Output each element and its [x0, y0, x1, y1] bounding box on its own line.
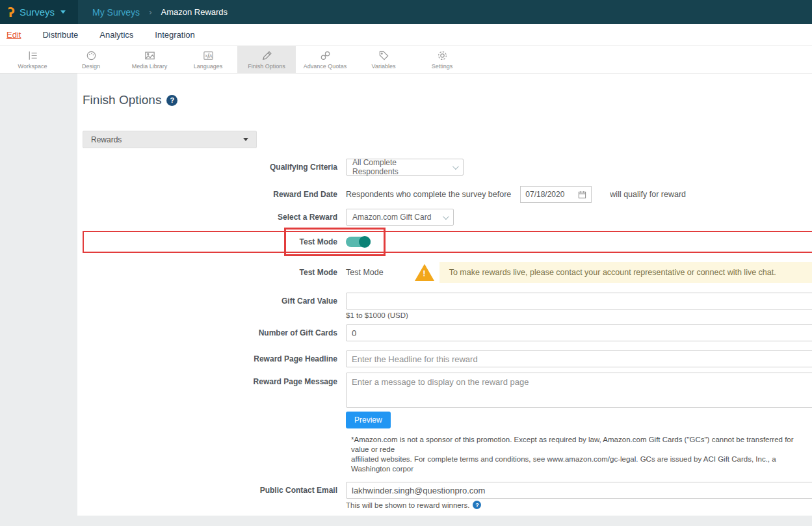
gift-card-value-input[interactable] [346, 293, 812, 309]
chevron-down-icon [443, 213, 449, 220]
page-help-icon[interactable]: ? [166, 95, 177, 106]
page-background: Finish Options ? Rewards Qualifying Crit… [0, 73, 812, 526]
toolbar-label: Workspace [18, 63, 47, 70]
test-mode-status-value: Test Mode [346, 268, 384, 277]
settings-icon [436, 49, 449, 62]
gift-card-value-row: Gift Card Value [83, 293, 812, 309]
gift-card-value-label: Gift Card Value [83, 296, 337, 306]
number-gift-cards-input[interactable] [346, 324, 812, 341]
number-gift-cards-label: Number of Gift Cards [83, 328, 337, 337]
warning-triangle-icon [415, 264, 434, 281]
workspace-icon [27, 49, 39, 62]
variables-icon [378, 49, 390, 62]
test-mode-warning-banner: To make rewards live, please contact you… [439, 262, 812, 283]
public-email-label: Public Contact Email [83, 486, 337, 495]
preview-button[interactable]: Preview [346, 412, 391, 428]
edit-toolbar: Workspace Design Media Library xA Langua… [0, 46, 812, 73]
media-library-icon [144, 49, 156, 62]
test-mode-status-row: Test Mode Test Mode To make rewards live… [83, 262, 812, 283]
select-reward-row: Select a Reward Amazon.com Gift Card [83, 209, 812, 226]
nav-tab-integration[interactable]: Integration [155, 30, 194, 40]
calendar-icon [578, 191, 586, 199]
toolbar-item-variables[interactable]: Variables [354, 46, 413, 73]
breadcrumb-my-surveys[interactable]: My Surveys [92, 7, 140, 18]
nav-tab-distribute[interactable]: Distribute [42, 30, 78, 40]
gift-card-value-helper-text: $1 to $1000 (USD) [346, 311, 408, 319]
gift-card-value-helper: $1 to $1000 (USD) [346, 311, 812, 319]
select-reward-select[interactable]: Amazon.com Gift Card [346, 209, 454, 226]
page-title: Finish Options [83, 93, 161, 107]
toolbar-label: Finish Options [248, 63, 285, 70]
toolbar-item-design[interactable]: Design [62, 46, 120, 73]
nav-tab-edit[interactable]: Edit [7, 30, 21, 40]
reward-message-textarea[interactable] [346, 373, 812, 408]
test-mode-status-label: Test Mode [83, 268, 337, 277]
design-icon [85, 49, 98, 62]
svg-text:x: x [205, 53, 207, 59]
finish-options-panel: Finish Options ? Rewards Qualifying Crit… [77, 73, 812, 516]
chevron-down-icon [60, 10, 66, 14]
toolbar-item-advance-quotas[interactable]: Advance Quotas [296, 46, 354, 73]
reward-winners-help-icon[interactable]: ? [473, 501, 481, 509]
toolbar-item-languages[interactable]: xA Languages [179, 46, 237, 73]
toolbar-label: Design [82, 63, 100, 70]
disclaimer-line-2: affiliated websites. For complete terms … [351, 454, 812, 474]
advance-quotas-icon [319, 49, 332, 62]
test-mode-warning-text: To make rewards live, please contact you… [449, 268, 776, 277]
qualifying-criteria-row: Qualifying Criteria All Complete Respond… [83, 159, 812, 176]
toolbar-item-settings[interactable]: Settings [413, 46, 471, 73]
finish-section-value: Rewards [91, 135, 122, 144]
public-email-helper-text: This will be shown to reward winners. [346, 501, 469, 509]
finish-section-dropdown[interactable]: Rewards [83, 131, 257, 148]
reward-headline-row: Reward Page Headline [83, 350, 812, 367]
public-email-input[interactable] [346, 482, 812, 499]
toolbar-item-workspace[interactable]: Workspace [3, 46, 62, 73]
reward-end-date-row: Reward End Date Respondents who complete… [83, 186, 812, 203]
top-bar: ʔ Surveys My Surveys › Amazon Rewards [0, 0, 812, 24]
reward-headline-label: Reward Page Headline [83, 354, 337, 363]
reward-headline-input[interactable] [346, 350, 812, 367]
breadcrumb-separator: › [149, 7, 151, 17]
chevron-down-icon [243, 138, 248, 141]
toolbar-item-media-library[interactable]: Media Library [120, 46, 179, 73]
nav-tab-analytics[interactable]: Analytics [99, 30, 133, 40]
reward-end-date-prefix: Respondents who complete the survey befo… [346, 190, 511, 199]
chevron-down-icon [452, 163, 459, 170]
select-reward-value: Amazon.com Gift Card [352, 213, 431, 222]
app-name: Surveys [20, 7, 55, 18]
public-email-helper: This will be shown to reward winners. ? [346, 501, 812, 509]
number-gift-cards-row: Number of Gift Cards [83, 324, 812, 341]
test-mode-toggle-row: Test Mode [83, 231, 812, 253]
reward-message-row: Reward Page Message [83, 373, 812, 408]
questionpro-logo-icon: ʔ [8, 5, 15, 20]
toggle-knob [359, 236, 371, 248]
svg-text:A: A [209, 53, 213, 59]
toolbar-label: Media Library [132, 63, 168, 70]
reward-end-date-picker[interactable] [520, 186, 592, 203]
public-email-row: Public Contact Email [83, 482, 812, 499]
languages-icon: xA [202, 49, 215, 62]
surveys-app-menu[interactable]: ʔ Surveys [0, 0, 78, 24]
toolbar-label: Languages [194, 63, 223, 70]
toolbar-label: Settings [432, 63, 453, 70]
reward-end-date-input[interactable] [525, 190, 571, 199]
main-nav: Edit Distribute Analytics Integration [0, 24, 812, 46]
breadcrumb: My Surveys › Amazon Rewards [92, 7, 228, 18]
reward-end-date-label: Reward End Date [83, 190, 337, 199]
reward-message-label: Reward Page Message [83, 377, 337, 386]
test-mode-toggle[interactable] [346, 237, 371, 247]
test-mode-toggle-label: Test Mode [83, 237, 337, 246]
finish-options-icon [261, 49, 273, 62]
qualifying-criteria-label: Qualifying Criteria [83, 163, 337, 172]
qualifying-criteria-select[interactable]: All Complete Respondents [346, 159, 464, 176]
qualifying-criteria-value: All Complete Respondents [352, 158, 443, 176]
breadcrumb-current-survey: Amazon Rewards [161, 7, 228, 17]
reward-end-date-suffix: will qualify for reward [610, 190, 686, 199]
select-reward-label: Select a Reward [83, 213, 337, 222]
disclaimer-line-1: *Amazon.com is not a sponsor of this pro… [351, 435, 812, 454]
amazon-disclaimer: *Amazon.com is not a sponsor of this pro… [351, 435, 812, 474]
toolbar-label: Variables [372, 63, 396, 70]
toolbar-label: Advance Quotas [304, 63, 347, 70]
toolbar-item-finish-options[interactable]: Finish Options [237, 46, 296, 73]
